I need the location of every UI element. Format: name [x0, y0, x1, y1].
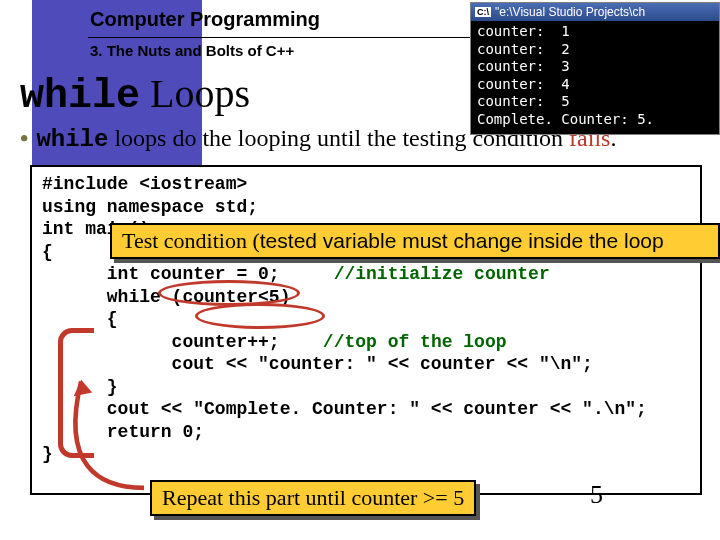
callout-repeat: Repeat this part until counter >= 5 — [150, 480, 476, 516]
title-rest: Loops — [140, 71, 250, 116]
slide-title: while Loops — [20, 70, 250, 119]
callout-test-condition: Test condition (tested variable must cha… — [110, 223, 720, 259]
svg-marker-0 — [74, 380, 93, 397]
highlight-oval-initialize — [158, 280, 300, 306]
callout1-part-a: Test condition ( — [122, 228, 260, 253]
page-number: 9 — [5, 2, 21, 34]
chapter-subtitle: 3. The Nuts and Bolts of C++ — [90, 42, 294, 59]
highlight-oval-condition — [195, 303, 325, 329]
loop-arrow — [70, 300, 144, 500]
console-title-text: "e:\Visual Studio Projects\ch — [495, 5, 645, 19]
console-output: counter: 1 counter: 2 counter: 3 counter… — [471, 21, 719, 134]
annotation-five: 5 — [590, 480, 603, 510]
bullet-code-word: while — [36, 126, 108, 153]
console-window: C:\ "e:\Visual Studio Projects\ch counte… — [470, 2, 720, 135]
bullet-icon: • — [20, 125, 28, 151]
console-titlebar: C:\ "e:\Visual Studio Projects\ch — [471, 3, 719, 21]
callout1-part-b: tested variable must change inside the l… — [260, 229, 664, 252]
title-code-word: while — [20, 74, 140, 119]
console-icon: C:\ — [475, 7, 491, 17]
slide: 9 ✦ Computer Programming 3. The Nuts and… — [0, 0, 720, 540]
